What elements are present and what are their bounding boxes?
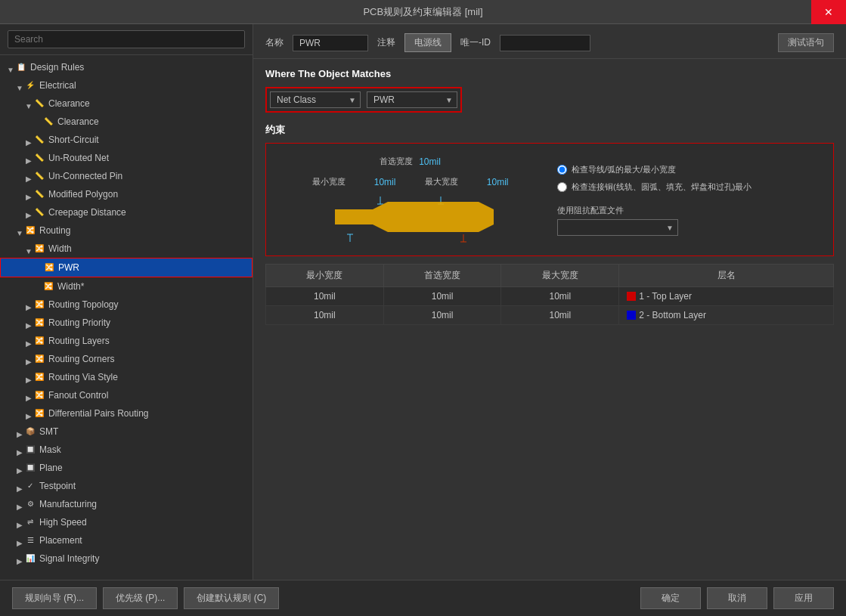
constraint-visual: 首选宽度 10mil 最小宽度 10mil 最大宽度 10mil	[278, 156, 542, 243]
constraint-options: 检查导线/弧的最大/最小宽度 检查连接铜(线轨、圆弧、填充、焊盘和过孔)最小 使…	[557, 156, 821, 243]
rules-wizard-button[interactable]: 规则向导 (R)...	[12, 587, 97, 609]
arrow-high-speed: ▶	[15, 518, 24, 527]
arrow-mask: ▶	[15, 445, 24, 454]
arrow-design-rules: ▼	[6, 63, 15, 72]
pwr-dropdown-wrapper: PWR ▼	[367, 91, 457, 108]
layer-color-box	[627, 311, 636, 320]
min-max-row: 最小宽度 10mil 最大宽度 10mil	[312, 176, 509, 187]
cell-pref-width: 10mil	[383, 306, 501, 325]
smt-label: SMT	[39, 424, 58, 439]
layer-color-box	[627, 292, 636, 301]
arrow-modified-polygon: ▶	[24, 190, 33, 199]
plane-icon: 🔲	[24, 462, 36, 474]
routing-icon: 🔀	[24, 224, 36, 237]
id-input[interactable]	[500, 35, 590, 51]
name-input[interactable]	[293, 35, 368, 51]
tree-item-pwr[interactable]: 🔀 PWR	[0, 258, 253, 277]
tree-item-routing-priority[interactable]: ▶ 🔀 Routing Priority	[0, 314, 253, 332]
manufacturing-label: Manufacturing	[39, 497, 97, 512]
ok-button[interactable]: 确定	[640, 587, 701, 609]
radio-input-1[interactable]	[557, 165, 567, 175]
bottom-right-buttons: 确定 取消 应用	[640, 587, 834, 609]
radio-label-1: 检查导线/弧的最大/最小宽度	[572, 164, 676, 175]
constraint-box: 首选宽度 10mil 最小宽度 10mil 最大宽度 10mil	[265, 143, 834, 256]
apply-button[interactable]: 应用	[773, 587, 834, 609]
arrow-electrical: ▼	[15, 81, 24, 90]
arrow-plane: ▶	[15, 463, 24, 472]
tree-item-modified-polygon[interactable]: ▶ 📏 Modified Polygon	[0, 185, 253, 203]
clearance-group-icon: 📏	[33, 98, 45, 110]
tree-item-creepage-distance[interactable]: ▶ 📏 Creepage Distance	[0, 203, 253, 221]
radio-option-1[interactable]: 检查导线/弧的最大/最小宽度	[557, 164, 821, 175]
tree-item-high-speed[interactable]: ▶ ⇌ High Speed	[0, 513, 253, 531]
tree-item-un-routed-net[interactable]: ▶ 📏 Un-Routed Net	[0, 149, 253, 167]
title-bar: PCB规则及约束编辑器 [mil] ✕	[0, 0, 846, 24]
tree-item-signal-integrity[interactable]: ▶ 📊 Signal Integrity	[0, 549, 253, 568]
un-routed-net-icon: 📏	[33, 152, 45, 164]
design-rules-label: Design Rules	[30, 60, 84, 75]
search-input[interactable]	[8, 30, 245, 48]
un-routed-net-label: Un-Routed Net	[48, 150, 109, 166]
tree-item-clearance[interactable]: 📏 Clearance	[0, 113, 253, 131]
right-panel: 名称 注释 电源线 唯一-ID 测试语句 Where The Object Ma…	[253, 24, 846, 580]
tree-item-plane[interactable]: ▶ 🔲 Plane	[0, 459, 253, 477]
routing-layers-label: Routing Layers	[48, 333, 110, 348]
radio-option-2[interactable]: 检查连接铜(线轨、圆弧、填充、焊盘和过孔)最小	[557, 181, 821, 193]
arrow-pwr	[34, 263, 43, 272]
power-line-button[interactable]: 电源线	[404, 33, 451, 52]
min-width-label: 最小宽度	[312, 176, 346, 187]
tree-item-routing-via-style[interactable]: ▶ 🔀 Routing Via Style	[0, 368, 253, 386]
tree-item-fanout-control[interactable]: ▶ 🔀 Fanout Control	[0, 386, 253, 404]
radio-input-2[interactable]	[557, 182, 567, 192]
modified-polygon-icon: 📏	[33, 188, 45, 200]
use-impedance-label: 使用阻抗配置文件	[557, 205, 821, 216]
tree-item-manufacturing[interactable]: ▶ ⚙ Manufacturing	[0, 495, 253, 513]
pwr-dropdown[interactable]: PWR	[367, 91, 457, 108]
arrow-routing-corners: ▶	[24, 354, 33, 364]
arrow-placement: ▶	[15, 536, 24, 545]
arrow-clearance	[33, 117, 42, 126]
differential-pairs-icon: 🔀	[33, 407, 45, 419]
tree-item-routing-layers[interactable]: ▶ 🔀 Routing Layers	[0, 332, 253, 350]
pwr-label: PWR	[58, 260, 79, 275]
tree-item-un-connected-pin[interactable]: ▶ 📏 Un-Connected Pin	[0, 167, 253, 185]
cell-max-width: 10mil	[501, 306, 619, 325]
tree-item-short-circuit[interactable]: ▶ 📏 Short-Circuit	[0, 131, 253, 149]
testpoint-icon: ✓	[24, 480, 36, 492]
tree-item-clearance-group[interactable]: ▼ 📏 Clearance	[0, 94, 253, 113]
tree-item-routing[interactable]: ▼ 🔀 Routing	[0, 221, 253, 240]
impedance-dropdown[interactable]	[557, 219, 678, 236]
tree-item-differential-pairs[interactable]: ▶ 🔀 Differential Pairs Routing	[0, 404, 253, 423]
tree-item-smt[interactable]: ▶ 📦 SMT	[0, 423, 253, 441]
routing-priority-icon: 🔀	[33, 317, 45, 329]
tree-item-mask[interactable]: ▶ 🔲 Mask	[0, 441, 253, 459]
tree-item-routing-topology[interactable]: ▶ 🔀 Routing Topology	[0, 296, 253, 314]
close-button[interactable]: ✕	[811, 0, 846, 24]
placement-icon: ☰	[24, 534, 36, 546]
tree-item-placement[interactable]: ▶ ☰ Placement	[0, 531, 253, 549]
test-statement-button[interactable]: 测试语句	[778, 33, 834, 52]
tree-item-testpoint[interactable]: ▶ ✓ Testpoint	[0, 477, 253, 495]
tree-item-width[interactable]: ▼ 🔀 Width	[0, 240, 253, 258]
mask-icon: 🔲	[24, 444, 36, 456]
manufacturing-icon: ⚙	[24, 498, 36, 510]
short-circuit-icon: 📏	[33, 134, 45, 146]
tree-item-width-star[interactable]: 🔀 Width*	[0, 277, 253, 296]
where-matches-title: Where The Object Matches	[265, 68, 834, 79]
arrow-routing-priority: ▶	[24, 318, 33, 327]
layer-name-text: 2 - Bottom Layer	[639, 310, 706, 320]
create-default-rules-button[interactable]: 创建默认规则 (C)	[184, 587, 279, 609]
cancel-button[interactable]: 取消	[707, 587, 767, 609]
tree-item-design-rules[interactable]: ▼ 📋 Design Rules	[0, 58, 253, 76]
pwr-icon: 🔀	[43, 262, 55, 274]
signal-integrity-icon: 📊	[24, 553, 36, 565]
priority-button[interactable]: 优先级 (P)...	[103, 587, 178, 609]
tree-view: ▼ 📋 Design Rules ▼ ⚡ Electrical ▼ 📏 Clea…	[0, 55, 253, 580]
tree-item-electrical[interactable]: ▼ ⚡ Electrical	[0, 76, 253, 94]
routing-corners-icon: 🔀	[33, 353, 45, 365]
tree-item-routing-corners[interactable]: ▶ 🔀 Routing Corners	[0, 350, 253, 368]
signal-integrity-label: Signal Integrity	[39, 551, 99, 566]
comment-label: 注释	[377, 36, 395, 49]
net-class-dropdown[interactable]: Net Class	[270, 91, 361, 108]
arrow-short-circuit: ▶	[24, 135, 33, 144]
